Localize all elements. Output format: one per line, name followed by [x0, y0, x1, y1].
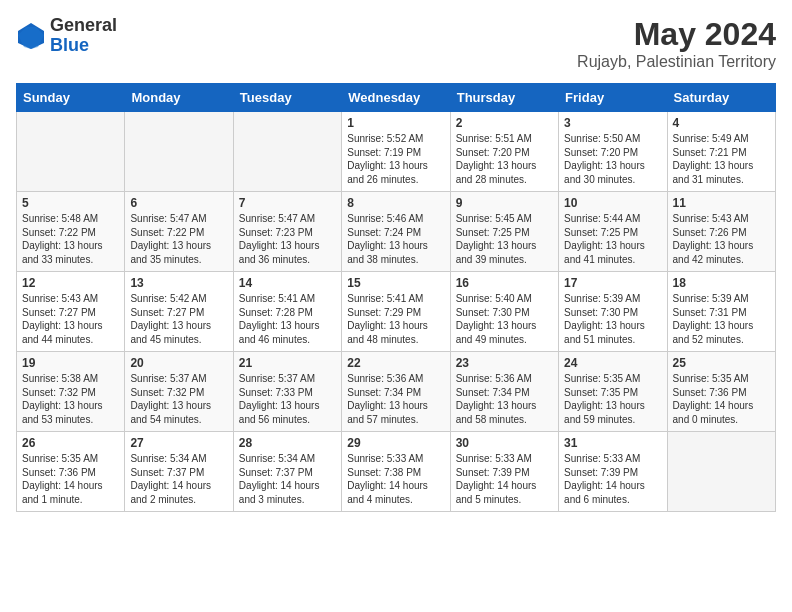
calendar-cell: 26Sunrise: 5:35 AM Sunset: 7:36 PM Dayli…: [17, 432, 125, 512]
header-row: SundayMondayTuesdayWednesdayThursdayFrid…: [17, 84, 776, 112]
calendar-cell: 31Sunrise: 5:33 AM Sunset: 7:39 PM Dayli…: [559, 432, 667, 512]
cell-info: Sunrise: 5:35 AM Sunset: 7:36 PM Dayligh…: [22, 452, 119, 506]
calendar-cell: 19Sunrise: 5:38 AM Sunset: 7:32 PM Dayli…: [17, 352, 125, 432]
cell-info: Sunrise: 5:34 AM Sunset: 7:37 PM Dayligh…: [130, 452, 227, 506]
cell-info: Sunrise: 5:50 AM Sunset: 7:20 PM Dayligh…: [564, 132, 661, 186]
col-header-wednesday: Wednesday: [342, 84, 450, 112]
cell-info: Sunrise: 5:52 AM Sunset: 7:19 PM Dayligh…: [347, 132, 444, 186]
cell-info: Sunrise: 5:42 AM Sunset: 7:27 PM Dayligh…: [130, 292, 227, 346]
calendar-cell: 21Sunrise: 5:37 AM Sunset: 7:33 PM Dayli…: [233, 352, 341, 432]
calendar-cell: [233, 112, 341, 192]
cell-info: Sunrise: 5:36 AM Sunset: 7:34 PM Dayligh…: [347, 372, 444, 426]
week-row-2: 5Sunrise: 5:48 AM Sunset: 7:22 PM Daylig…: [17, 192, 776, 272]
calendar-cell: 28Sunrise: 5:34 AM Sunset: 7:37 PM Dayli…: [233, 432, 341, 512]
cell-info: Sunrise: 5:44 AM Sunset: 7:25 PM Dayligh…: [564, 212, 661, 266]
cell-info: Sunrise: 5:45 AM Sunset: 7:25 PM Dayligh…: [456, 212, 553, 266]
calendar-cell: [667, 432, 775, 512]
cell-info: Sunrise: 5:33 AM Sunset: 7:39 PM Dayligh…: [564, 452, 661, 506]
day-number: 15: [347, 276, 444, 290]
calendar-cell: 27Sunrise: 5:34 AM Sunset: 7:37 PM Dayli…: [125, 432, 233, 512]
day-number: 29: [347, 436, 444, 450]
col-header-friday: Friday: [559, 84, 667, 112]
cell-info: Sunrise: 5:39 AM Sunset: 7:30 PM Dayligh…: [564, 292, 661, 346]
col-header-saturday: Saturday: [667, 84, 775, 112]
calendar-cell: 20Sunrise: 5:37 AM Sunset: 7:32 PM Dayli…: [125, 352, 233, 432]
day-number: 5: [22, 196, 119, 210]
week-row-4: 19Sunrise: 5:38 AM Sunset: 7:32 PM Dayli…: [17, 352, 776, 432]
calendar-cell: 29Sunrise: 5:33 AM Sunset: 7:38 PM Dayli…: [342, 432, 450, 512]
calendar-cell: 1Sunrise: 5:52 AM Sunset: 7:19 PM Daylig…: [342, 112, 450, 192]
col-header-sunday: Sunday: [17, 84, 125, 112]
day-number: 30: [456, 436, 553, 450]
day-number: 25: [673, 356, 770, 370]
cell-info: Sunrise: 5:37 AM Sunset: 7:33 PM Dayligh…: [239, 372, 336, 426]
day-number: 31: [564, 436, 661, 450]
cell-info: Sunrise: 5:38 AM Sunset: 7:32 PM Dayligh…: [22, 372, 119, 426]
cell-info: Sunrise: 5:33 AM Sunset: 7:39 PM Dayligh…: [456, 452, 553, 506]
week-row-5: 26Sunrise: 5:35 AM Sunset: 7:36 PM Dayli…: [17, 432, 776, 512]
cell-info: Sunrise: 5:35 AM Sunset: 7:36 PM Dayligh…: [673, 372, 770, 426]
calendar-cell: 2Sunrise: 5:51 AM Sunset: 7:20 PM Daylig…: [450, 112, 558, 192]
day-number: 17: [564, 276, 661, 290]
col-header-tuesday: Tuesday: [233, 84, 341, 112]
calendar-cell: 15Sunrise: 5:41 AM Sunset: 7:29 PM Dayli…: [342, 272, 450, 352]
week-row-3: 12Sunrise: 5:43 AM Sunset: 7:27 PM Dayli…: [17, 272, 776, 352]
day-number: 13: [130, 276, 227, 290]
cell-info: Sunrise: 5:41 AM Sunset: 7:28 PM Dayligh…: [239, 292, 336, 346]
calendar-cell: 24Sunrise: 5:35 AM Sunset: 7:35 PM Dayli…: [559, 352, 667, 432]
month-title: May 2024: [577, 16, 776, 53]
calendar-cell: 7Sunrise: 5:47 AM Sunset: 7:23 PM Daylig…: [233, 192, 341, 272]
cell-info: Sunrise: 5:47 AM Sunset: 7:23 PM Dayligh…: [239, 212, 336, 266]
day-number: 27: [130, 436, 227, 450]
logo-blue: Blue: [50, 36, 117, 56]
calendar-cell: 23Sunrise: 5:36 AM Sunset: 7:34 PM Dayli…: [450, 352, 558, 432]
calendar-table: SundayMondayTuesdayWednesdayThursdayFrid…: [16, 83, 776, 512]
day-number: 21: [239, 356, 336, 370]
day-number: 11: [673, 196, 770, 210]
day-number: 28: [239, 436, 336, 450]
calendar-cell: 4Sunrise: 5:49 AM Sunset: 7:21 PM Daylig…: [667, 112, 775, 192]
cell-info: Sunrise: 5:49 AM Sunset: 7:21 PM Dayligh…: [673, 132, 770, 186]
calendar-cell: 10Sunrise: 5:44 AM Sunset: 7:25 PM Dayli…: [559, 192, 667, 272]
day-number: 8: [347, 196, 444, 210]
calendar-cell: 9Sunrise: 5:45 AM Sunset: 7:25 PM Daylig…: [450, 192, 558, 272]
location: Rujayb, Palestinian Territory: [577, 53, 776, 71]
cell-info: Sunrise: 5:36 AM Sunset: 7:34 PM Dayligh…: [456, 372, 553, 426]
logo-text: General Blue: [50, 16, 117, 56]
cell-info: Sunrise: 5:41 AM Sunset: 7:29 PM Dayligh…: [347, 292, 444, 346]
day-number: 3: [564, 116, 661, 130]
day-number: 12: [22, 276, 119, 290]
day-number: 9: [456, 196, 553, 210]
calendar-cell: [125, 112, 233, 192]
day-number: 7: [239, 196, 336, 210]
cell-info: Sunrise: 5:43 AM Sunset: 7:27 PM Dayligh…: [22, 292, 119, 346]
day-number: 4: [673, 116, 770, 130]
day-number: 24: [564, 356, 661, 370]
week-row-1: 1Sunrise: 5:52 AM Sunset: 7:19 PM Daylig…: [17, 112, 776, 192]
calendar-cell: 12Sunrise: 5:43 AM Sunset: 7:27 PM Dayli…: [17, 272, 125, 352]
col-header-monday: Monday: [125, 84, 233, 112]
day-number: 26: [22, 436, 119, 450]
day-number: 19: [22, 356, 119, 370]
calendar-cell: 3Sunrise: 5:50 AM Sunset: 7:20 PM Daylig…: [559, 112, 667, 192]
day-number: 2: [456, 116, 553, 130]
day-number: 20: [130, 356, 227, 370]
calendar-cell: 14Sunrise: 5:41 AM Sunset: 7:28 PM Dayli…: [233, 272, 341, 352]
day-number: 14: [239, 276, 336, 290]
cell-info: Sunrise: 5:46 AM Sunset: 7:24 PM Dayligh…: [347, 212, 444, 266]
day-number: 1: [347, 116, 444, 130]
calendar-cell: 17Sunrise: 5:39 AM Sunset: 7:30 PM Dayli…: [559, 272, 667, 352]
day-number: 22: [347, 356, 444, 370]
calendar-cell: 30Sunrise: 5:33 AM Sunset: 7:39 PM Dayli…: [450, 432, 558, 512]
col-header-thursday: Thursday: [450, 84, 558, 112]
calendar-cell: 5Sunrise: 5:48 AM Sunset: 7:22 PM Daylig…: [17, 192, 125, 272]
page-header: General Blue May 2024 Rujayb, Palestinia…: [16, 16, 776, 71]
title-block: May 2024 Rujayb, Palestinian Territory: [577, 16, 776, 71]
calendar-cell: 18Sunrise: 5:39 AM Sunset: 7:31 PM Dayli…: [667, 272, 775, 352]
cell-info: Sunrise: 5:43 AM Sunset: 7:26 PM Dayligh…: [673, 212, 770, 266]
logo-general: General: [50, 16, 117, 36]
cell-info: Sunrise: 5:37 AM Sunset: 7:32 PM Dayligh…: [130, 372, 227, 426]
calendar-cell: 13Sunrise: 5:42 AM Sunset: 7:27 PM Dayli…: [125, 272, 233, 352]
logo: General Blue: [16, 16, 117, 56]
day-number: 10: [564, 196, 661, 210]
